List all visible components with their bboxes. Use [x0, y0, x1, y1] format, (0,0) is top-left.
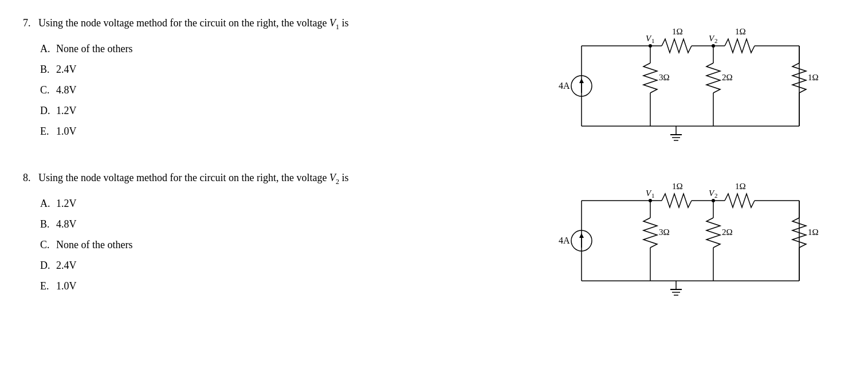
svg-text:2Ω: 2Ω [722, 73, 733, 82]
question-7-text-area: 7. Using the node voltage method for the… [23, 17, 524, 149]
svg-marker-51 [579, 233, 584, 238]
svg-text:1: 1 [651, 37, 655, 44]
q8-option-b-text: 4.8V [56, 214, 77, 234]
circuit-8-svg: V 1 1Ω V 2 1Ω 4A 3Ω 2Ω [536, 178, 834, 304]
q7-option-d-letter: D. [40, 100, 56, 121]
svg-text:1Ω: 1Ω [672, 27, 683, 36]
q8-title-after: is [339, 172, 349, 183]
circuit-8-diagram: V 1 1Ω V 2 1Ω 4A 3Ω 2Ω [524, 172, 845, 304]
svg-text:1Ω: 1Ω [735, 182, 746, 191]
q7-option-a-letter: A. [40, 38, 56, 59]
svg-text:1Ω: 1Ω [672, 182, 683, 191]
q7-option-e: E. 1.0V [40, 121, 524, 142]
question-7-title: 7. Using the node voltage method for the… [23, 17, 524, 32]
q8-option-b: B. 4.8V [40, 214, 524, 234]
question-7-options: A. None of the others B. 2.4V C. 4.8V D.… [40, 38, 524, 142]
svg-text:1Ω: 1Ω [735, 27, 746, 36]
q8-option-a-text: 1.2V [56, 193, 77, 214]
question-8-title: 8. Using the node voltage method for the… [23, 172, 524, 186]
q8-option-e-letter: E. [40, 276, 56, 296]
svg-marker-18 [579, 79, 584, 83]
q7-option-b: B. 2.4V [40, 59, 524, 80]
q7-option-a: A. None of the others [40, 38, 524, 59]
q7-option-c: C. 4.8V [40, 80, 524, 100]
question-7-block: 7. Using the node voltage method for the… [23, 17, 845, 149]
svg-text:1Ω: 1Ω [808, 228, 819, 237]
q7-number: 7. [23, 17, 31, 29]
q8-voltage-var: V [329, 172, 336, 183]
svg-text:1Ω: 1Ω [808, 73, 819, 82]
svg-text:3Ω: 3Ω [659, 228, 670, 237]
q8-option-a-letter: A. [40, 193, 56, 214]
circuit-7-diagram: V 1 1Ω V 2 1Ω [524, 17, 845, 149]
q8-number: 8. [23, 172, 31, 183]
q8-option-d-letter: D. [40, 255, 56, 276]
q8-option-c: C. None of the others [40, 234, 524, 255]
q7-option-c-text: 4.8V [56, 80, 77, 100]
svg-text:2Ω: 2Ω [722, 228, 733, 237]
svg-text:4A: 4A [559, 236, 570, 245]
q8-option-b-letter: B. [40, 214, 56, 234]
question-8-block: 8. Using the node voltage method for the… [23, 172, 845, 304]
q7-option-b-text: 2.4V [56, 59, 77, 80]
q7-option-b-letter: B. [40, 59, 56, 80]
q8-option-d-text: 2.4V [56, 255, 77, 276]
q7-title-after: is [339, 17, 349, 29]
q7-option-a-text: None of the others [56, 38, 132, 59]
q8-option-c-letter: C. [40, 234, 56, 255]
q7-title-before: Using the node voltage method for the ci… [38, 17, 329, 29]
circuit-7-svg: V 1 1Ω V 2 1Ω [536, 23, 834, 149]
q7-option-c-letter: C. [40, 80, 56, 100]
q7-voltage-var: V [329, 17, 336, 29]
q7-option-d-text: 1.2V [56, 100, 77, 121]
svg-text:2: 2 [714, 192, 718, 199]
q7-option-e-text: 1.0V [56, 121, 77, 142]
q8-option-c-text: None of the others [56, 234, 132, 255]
q7-option-e-letter: E. [40, 121, 56, 142]
q8-option-e-text: 1.0V [56, 276, 77, 296]
q8-option-d: D. 2.4V [40, 255, 524, 276]
question-8-text-area: 8. Using the node voltage method for the… [23, 172, 524, 304]
svg-text:3Ω: 3Ω [659, 73, 670, 82]
question-8-options: A. 1.2V B. 4.8V C. None of the others D.… [40, 193, 524, 296]
svg-text:1: 1 [651, 192, 655, 199]
q8-option-a: A. 1.2V [40, 193, 524, 214]
q8-title-before: Using the node voltage method for the ci… [38, 172, 329, 183]
q8-option-e: E. 1.0V [40, 276, 524, 296]
svg-text:4A: 4A [559, 81, 570, 91]
q7-option-d: D. 1.2V [40, 100, 524, 121]
svg-text:2: 2 [714, 37, 718, 44]
